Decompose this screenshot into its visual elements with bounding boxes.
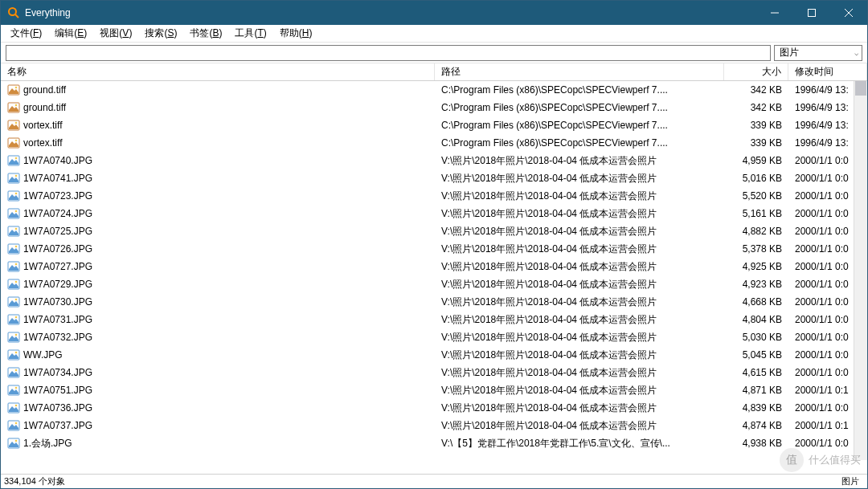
svg-point-35 [15,246,18,248]
file-name: 1W7A0726.JPG [23,243,92,255]
table-row[interactable]: ground.tiffC:\Program Files (x86)\SPECop… [1,99,867,116]
svg-point-14 [15,122,18,124]
file-icon [7,278,20,291]
file-path: C:\Program Files (x86)\SPECopc\SPECViewp… [435,120,724,131]
file-size: 342 KB [724,84,788,96]
scroll-thumb[interactable] [855,81,866,96]
menu-item-e[interactable]: 编辑(E) [48,25,93,42]
table-row[interactable]: WW.JPGV:\照片\2018年照片\2018-04-04 低成本运营会照片5… [1,346,867,364]
file-path: V:\照片\2018年照片\2018-04-04 低成本运营会照片 [435,225,724,238]
file-path: V:\照片\2018年照片\2018-04-04 低成本运营会照片 [435,189,724,203]
table-row[interactable]: 1W7A0729.JPGV:\照片\2018年照片\2018-04-04 低成本… [1,275,867,293]
table-row[interactable]: 1W7A0741.JPGV:\照片\2018年照片\2018-04-04 低成本… [1,169,867,187]
vertical-scrollbar[interactable] [854,81,867,460]
table-row[interactable]: vortex.tiffC:\Program Files (x86)\SPECop… [1,116,867,134]
svg-point-38 [15,263,18,266]
file-size: 5,016 KB [724,173,788,184]
file-path: V:\照片\2018年照片\2018-04-04 低成本运营会照片 [435,384,724,397]
file-icon [7,295,20,308]
menu-item-b[interactable]: 书签(B) [183,25,228,42]
file-path: V:\照片\2018年照片\2018-04-04 低成本运营会照片 [435,313,724,327]
file-icon [7,419,20,432]
filter-dropdown[interactable]: 图片 ⌵ [774,45,862,61]
close-button[interactable] [830,1,867,25]
file-size: 5,520 KB [724,190,788,202]
menu-item-t[interactable]: 工具(T) [228,25,272,42]
svg-point-41 [15,281,18,283]
table-row[interactable]: 1W7A0727.JPGV:\照片\2018年照片\2018-04-04 低成本… [1,258,867,275]
file-name: 1W7A0731.JPG [23,314,92,325]
filter-selected-label: 图片 [780,46,799,59]
menu-item-h[interactable]: 帮助(H) [273,25,319,42]
toolbar: 图片 ⌵ [1,43,867,63]
table-row[interactable]: 1W7A0724.JPGV:\照片\2018年照片\2018-04-04 低成本… [1,205,867,222]
maximize-button[interactable] [793,1,830,25]
file-name: 1W7A0740.JPG [23,155,92,166]
file-name: 1W7A0751.JPG [23,385,92,396]
window-title: Everything [25,7,756,18]
file-size: 4,839 KB [724,402,788,414]
svg-point-17 [15,140,18,142]
table-row[interactable]: 1W7A0731.JPGV:\照片\2018年照片\2018-04-04 低成本… [1,311,867,328]
file-size: 5,378 KB [724,243,788,255]
svg-point-62 [15,405,18,407]
results-list[interactable]: ground.tiffC:\Program Files (x86)\SPECop… [1,81,867,474]
file-path: V:\照片\2018年照片\2018-04-04 低成本运营会照片 [435,172,724,185]
titlebar[interactable]: Everything [1,1,867,25]
svg-point-44 [15,299,18,301]
menu-item-f[interactable]: 文件(F) [4,25,48,42]
file-icon [7,137,20,149]
table-row[interactable]: vortex.tiffC:\Program Files (x86)\SPECop… [1,134,867,152]
table-row[interactable]: ground.tiffC:\Program Files (x86)\SPECop… [1,81,867,99]
file-icon [7,154,20,167]
file-path: V:\【5】党群工作\2018年党群工作\5.宣\文化、宣传\... [435,437,724,450]
table-row[interactable]: 1W7A0732.JPGV:\照片\2018年照片\2018-04-04 低成本… [1,328,867,346]
file-path: C:\Program Files (x86)\SPECopc\SPECViewp… [435,137,724,149]
file-icon [7,225,20,238]
file-icon [7,207,20,220]
file-size: 4,871 KB [724,385,788,396]
file-path: V:\照片\2018年照片\2018-04-04 低成本运营会照片 [435,278,724,291]
svg-point-32 [15,228,18,230]
table-row[interactable]: 1W7A0726.JPGV:\照片\2018年照片\2018-04-04 低成本… [1,240,867,258]
file-name: 1W7A0724.JPG [23,208,92,219]
header-path[interactable]: 路径 [435,63,724,80]
svg-point-50 [15,334,18,336]
file-path: V:\照片\2018年照片\2018-04-04 低成本运营会照片 [435,260,724,274]
file-path: C:\Program Files (x86)\SPECopc\SPECViewp… [435,84,724,96]
table-row[interactable]: 1W7A0737.JPGV:\照片\2018年照片\2018-04-04 低成本… [1,417,867,434]
header-date[interactable]: 修改时间 [788,63,867,80]
table-row[interactable]: 1W7A0736.JPGV:\照片\2018年照片\2018-04-04 低成本… [1,399,867,417]
table-row[interactable]: 1W7A0723.JPGV:\照片\2018年照片\2018-04-04 低成本… [1,187,867,205]
table-row[interactable]: 1W7A0734.JPGV:\照片\2018年照片\2018-04-04 低成本… [1,364,867,381]
svg-point-26 [15,193,18,195]
table-row[interactable]: 1W7A0740.JPGV:\照片\2018年照片\2018-04-04 低成本… [1,152,867,169]
file-name: 1W7A0730.JPG [23,296,92,308]
file-size: 4,938 KB [724,438,788,449]
status-count: 334,104 个对象 [4,475,841,487]
svg-point-56 [15,369,18,372]
table-row[interactable]: 1W7A0730.JPGV:\照片\2018年照片\2018-04-04 低成本… [1,293,867,311]
menu-item-v[interactable]: 视图(V) [93,25,138,42]
svg-point-8 [15,87,18,89]
window-frame: Everything 文件(F)编辑(E)视图(V)搜索(S)书签(B)工具(T… [0,0,868,489]
svg-point-47 [15,316,18,319]
file-name: 1W7A0729.JPG [23,279,92,290]
header-name[interactable]: 名称 [1,63,435,80]
menu-item-s[interactable]: 搜索(S) [138,25,183,42]
file-size: 5,045 KB [724,349,788,361]
svg-point-59 [15,387,18,389]
file-name: vortex.tiff [23,137,62,149]
search-input[interactable] [6,45,771,61]
file-name: 1W7A0727.JPG [23,261,92,272]
file-icon [7,437,20,450]
table-row[interactable]: 1W7A0751.JPGV:\照片\2018年照片\2018-04-04 低成本… [1,381,867,399]
statusbar: 334,104 个对象 图片 [1,474,867,488]
minimize-button[interactable] [756,1,793,25]
table-row[interactable]: 1W7A0725.JPGV:\照片\2018年照片\2018-04-04 低成本… [1,222,867,240]
table-row[interactable]: 1.会场.JPGV:\【5】党群工作\2018年党群工作\5.宣\文化、宣传\.… [1,434,867,452]
file-icon [7,172,20,185]
file-icon [7,348,20,361]
header-size[interactable]: 大小 [724,63,788,80]
file-size: 4,874 KB [724,420,788,431]
